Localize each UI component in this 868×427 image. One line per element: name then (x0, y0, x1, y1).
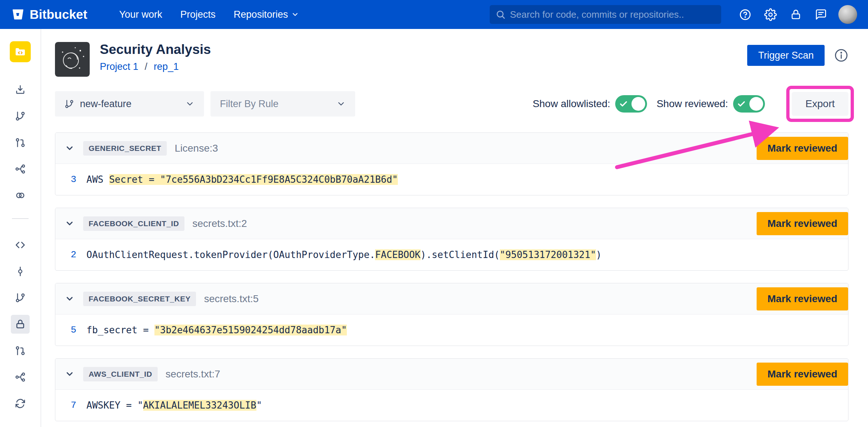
secret-highlight: "3b2e464637e5159024254dd78aadb17a" (154, 325, 347, 335)
finding-header[interactable]: FACEBOOK_SECRET_KEY secrets.txt:5 Mark r… (55, 283, 848, 314)
secret-highlight: AKIALALEMEL33243OLIB (143, 400, 256, 411)
pull-requests-icon[interactable] (11, 133, 30, 152)
repo-avatar[interactable] (10, 41, 31, 62)
show-reviewed-toggle[interactable] (733, 95, 765, 113)
finding-card: FACEBOOK_SECRET_KEY secrets.txt:5 Mark r… (55, 283, 848, 346)
code-text: " (256, 400, 262, 411)
chevron-down-icon[interactable] (65, 294, 75, 304)
code-line: 2 OAuthClientRequest.tokenProvider(OAuth… (55, 239, 848, 270)
rule-filter-dropdown[interactable]: Filter By Rule (210, 91, 355, 117)
nav-your-work[interactable]: Your work (119, 9, 162, 20)
line-number: 7 (55, 400, 76, 411)
finding-header[interactable]: AWS_CLIENT_ID secrets.txt:7 Mark reviewe… (55, 359, 848, 390)
code-content: AWSKEY = "AKIALALEMEL33243OLIB" (86, 400, 262, 411)
nav-repositories-label: Repositories (234, 9, 288, 20)
secret-highlight: Secret = "7ce556A3bD234Cc1Ff9E8A5C324C0b… (109, 174, 398, 185)
breadcrumb-repo-link[interactable]: rep_1 (154, 61, 179, 72)
source-code-icon[interactable] (11, 236, 30, 254)
breadcrumb-project-link[interactable]: Project 1 (100, 61, 139, 72)
finding-header[interactable]: GENERIC_SECRET License:3 Mark reviewed (55, 133, 848, 164)
code-line: 3 AWS Secret = "7ce556A3bD234Cc1Ff9E8A5C… (55, 164, 848, 195)
mark-reviewed-button[interactable]: Mark reviewed (757, 287, 848, 310)
findings-list: GENERIC_SECRET License:3 Mark reviewed 3… (55, 132, 848, 421)
branch-icon[interactable] (11, 288, 30, 307)
main-content: Security Analysis Project 1 / rep_1 Trig… (41, 29, 868, 427)
nav-projects[interactable]: Projects (180, 9, 216, 20)
rule-badge: AWS_CLIENT_ID (83, 367, 158, 381)
sidebar-divider (12, 218, 29, 219)
chevron-down-icon (291, 10, 299, 18)
code-text: AWS (86, 174, 109, 185)
search-icon (495, 9, 506, 20)
finding-card: GENERIC_SECRET License:3 Mark reviewed 3… (55, 132, 848, 195)
chevron-down-icon[interactable] (65, 219, 75, 228)
branch-selector-value: new-feature (80, 98, 132, 110)
code-text: ) (596, 249, 602, 260)
forks-icon[interactable] (11, 368, 30, 386)
check-icon (737, 100, 746, 110)
branch-selector[interactable]: new-feature (55, 91, 204, 117)
bitbucket-logo[interactable]: Bitbucket (11, 7, 87, 22)
lock-icon[interactable] (788, 7, 804, 22)
rule-badge: FACEBOOK_SECRET_KEY (83, 292, 196, 306)
chevron-down-icon[interactable] (65, 369, 75, 379)
navbar-actions (737, 5, 857, 24)
finding-card: FACEBOOK_CLIENT_ID secrets.txt:2 Mark re… (55, 208, 848, 271)
search-input[interactable] (510, 9, 715, 20)
pipelines-icon[interactable] (11, 160, 30, 178)
security-lock-icon[interactable] (11, 315, 30, 334)
rule-badge: FACEBOOK_CLIENT_ID (83, 216, 184, 231)
chevron-down-icon[interactable] (65, 143, 75, 153)
export-button[interactable]: Export (792, 92, 848, 116)
breadcrumb-separator: / (145, 61, 148, 72)
page-title-block: Security Analysis Project 1 / rep_1 (100, 42, 211, 72)
sync-icon[interactable] (11, 394, 30, 413)
code-text: OAuthClientRequest.tokenProvider(OAuthPr… (86, 249, 375, 260)
line-number: 3 (55, 174, 76, 185)
code-text: ).setClientId( (421, 249, 500, 260)
bitbucket-mark-icon (11, 8, 25, 21)
settings-gear-icon[interactable] (762, 7, 778, 22)
info-icon[interactable] (834, 48, 848, 63)
chevron-down-icon (336, 99, 346, 109)
deployments-icon[interactable] (11, 186, 30, 205)
secret-highlight: FACEBOOK (375, 249, 420, 260)
code-content: OAuthClientRequest.tokenProvider(OAuthPr… (86, 249, 601, 260)
repo-sidebar (0, 29, 41, 427)
breadcrumb: Project 1 / rep_1 (100, 61, 211, 72)
show-allowlisted-toggle[interactable] (615, 95, 647, 113)
clone-icon[interactable] (11, 80, 30, 99)
app-body: Security Analysis Project 1 / rep_1 Trig… (0, 29, 868, 427)
finding-location: secrets.txt:5 (204, 293, 259, 305)
mark-reviewed-button[interactable]: Mark reviewed (757, 137, 848, 160)
show-allowlisted-label: Show allowlisted: (533, 98, 610, 110)
code-content: fb_secret = "3b2e464637e5159024254dd78aa… (86, 325, 347, 335)
code-content: AWS Secret = "7ce556A3bD234Cc1Ff9E8A5C32… (86, 174, 398, 185)
header-actions: Trigger Scan (747, 45, 848, 66)
finding-location: secrets.txt:2 (192, 218, 247, 229)
help-icon[interactable] (737, 7, 753, 22)
commits-icon[interactable] (11, 262, 30, 281)
global-search[interactable] (490, 5, 721, 24)
pull-request-icon[interactable] (11, 341, 30, 360)
mark-reviewed-button[interactable]: Mark reviewed (757, 212, 848, 235)
code-line: 7 AWSKEY = "AKIALALEMEL33243OLIB" (55, 390, 848, 421)
feedback-icon[interactable] (813, 7, 829, 22)
repo-avatar-image (55, 42, 90, 77)
trigger-scan-button[interactable]: Trigger Scan (747, 45, 825, 66)
finding-header[interactable]: FACEBOOK_CLIENT_ID secrets.txt:2 Mark re… (55, 208, 848, 239)
code-text: AWSKEY = " (86, 400, 143, 411)
page-header: Security Analysis Project 1 / rep_1 Trig… (55, 42, 848, 77)
user-avatar[interactable] (838, 5, 857, 24)
rule-filter-placeholder: Filter By Rule (220, 98, 278, 110)
check-icon (619, 100, 628, 110)
nav-repositories[interactable]: Repositories (234, 9, 299, 20)
branches-icon[interactable] (11, 107, 30, 126)
export-wrap: Export (792, 92, 848, 116)
mark-reviewed-button[interactable]: Mark reviewed (757, 363, 848, 386)
filter-row: new-feature Filter By Rule Show allowlis… (55, 91, 848, 117)
line-number: 2 (55, 249, 76, 260)
line-number: 5 (55, 325, 76, 335)
finding-card: AWS_CLIENT_ID secrets.txt:7 Mark reviewe… (55, 358, 848, 421)
toggle-knob (749, 97, 763, 111)
